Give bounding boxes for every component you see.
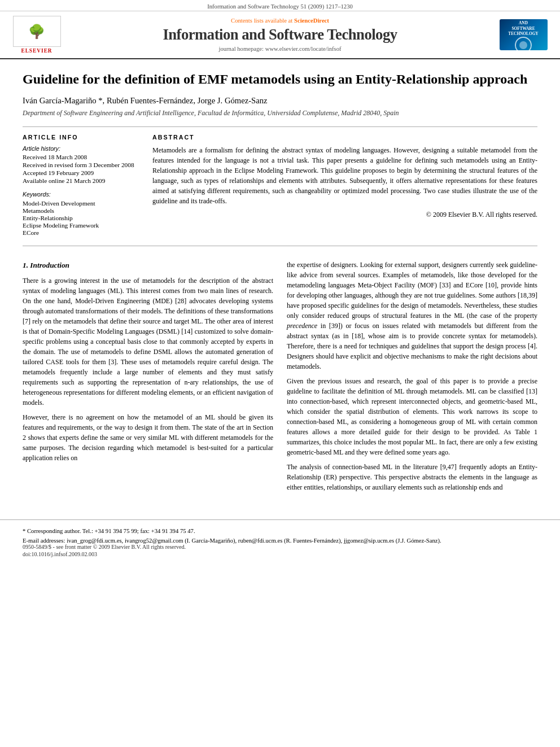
article-title: Guideline for the definition of EMF meta… <box>23 71 537 88</box>
section1-heading: 1. Introduction <box>23 260 273 271</box>
abstract-text: Metamodels are a formalism for defining … <box>152 145 537 206</box>
main-content: Guideline for the definition of EMF meta… <box>0 59 560 508</box>
affiliation: Department of Software Engineering and A… <box>23 109 537 117</box>
keyword-5: ECore <box>23 229 135 236</box>
body-para-1: There is a growing interest in the use o… <box>23 276 273 408</box>
sciencedirect-label: Contents lists available at ScienceDirec… <box>62 18 498 24</box>
keyword-2: Metamodels <box>23 207 135 214</box>
elsevier-brand: ELSEVIER <box>21 48 52 54</box>
journal-header: 🌳 ELSEVIER Contents lists available at S… <box>0 11 560 59</box>
keyword-1: Model-Driven Development <box>23 200 135 207</box>
email-addresses: ivan_grog@fdi.ucm.es, ivangrog52@gmail.c… <box>67 538 441 544</box>
price-note: 0950-5849/$ - see front matter © 2009 El… <box>23 544 537 550</box>
keywords-label: Keywords: <box>23 191 135 198</box>
authors: Iván García-Magariño *, Rubén Fuentes-Fe… <box>23 96 537 106</box>
journal-logo-inner: INFORMATIONANDSOFTWARETECHNOLOGY <box>507 19 540 50</box>
body-para-2: However, there is no agreement on how th… <box>23 412 273 463</box>
journal-logo-right: INFORMATIONANDSOFTWARETECHNOLOGY <box>498 19 549 50</box>
journal-title-block: Contents lists available at ScienceDirec… <box>62 18 498 52</box>
keyword-4: Eclipse Modeling Framework <box>23 222 135 229</box>
doi: doi:10.1016/j.infsof.2009.02.003 <box>23 551 537 557</box>
abstract-heading: ABSTRACT <box>152 134 537 141</box>
keywords-section: Keywords: Model-Driven Development Metam… <box>23 191 135 236</box>
footer: * Corresponding author. Tel.: +34 91 394… <box>0 519 560 563</box>
email-note: E-mail addresses: ivan_grog@fdi.ucm.es, … <box>23 538 537 544</box>
article-info-heading: ARTICLE INFO <box>23 134 135 141</box>
logo-circle <box>515 37 532 50</box>
journal-homepage: journal homepage: www.elsevier.com/locat… <box>62 46 498 52</box>
corresponding-note: * Corresponding author. Tel.: +34 91 394… <box>23 528 537 534</box>
body-col-right: the expertise of designers. Looking for … <box>287 260 537 497</box>
abstract-section: ABSTRACT Metamodels are a formalism for … <box>152 134 537 237</box>
journal-citation: Information and Software Technology 51 (… <box>207 3 353 10</box>
available-date: Available online 21 March 2009 <box>23 177 135 184</box>
copyright: © 2009 Elsevier B.V. All rights reserved… <box>152 211 537 219</box>
body-para-4: Given the previous issues and research, … <box>287 376 537 457</box>
body-para-3: the expertise of designers. Looking for … <box>287 260 537 372</box>
article-info-panel: ARTICLE INFO Article history: Received 1… <box>23 134 135 237</box>
keyword-3: Entity-Relationship <box>23 215 135 221</box>
body-para-5: The analysis of connection-based ML in t… <box>287 462 537 492</box>
elsevier-tree-icon: 🌳 <box>28 25 45 38</box>
body-col-left: 1. Introduction There is a growing inter… <box>23 260 273 497</box>
email-label: E-mail addresses: <box>23 538 65 544</box>
history-label: Article history: <box>23 145 135 152</box>
elsevier-logo: 🌳 ELSEVIER <box>11 16 62 54</box>
sciencedirect-link-text[interactable]: ScienceDirect <box>294 18 329 24</box>
authors-text: Iván García-Magariño *, Rubén Fuentes-Fe… <box>23 96 268 105</box>
body-divider <box>23 246 537 246</box>
journal-logo-box: INFORMATIONANDSOFTWARETECHNOLOGY <box>500 19 548 50</box>
received-date-2: Received in revised form 3 December 2008 <box>23 161 135 168</box>
elsevier-logo-box: 🌳 <box>13 16 61 47</box>
header-divider <box>23 126 537 127</box>
journal-topbar: Information and Software Technology 51 (… <box>0 0 560 11</box>
accepted-date: Accepted 19 February 2009 <box>23 169 135 176</box>
body-columns: 1. Introduction There is a growing inter… <box>23 260 537 497</box>
received-date-1: Received 18 March 2008 <box>23 154 135 160</box>
article-meta: ARTICLE INFO Article history: Received 1… <box>23 134 537 237</box>
journal-name: Information and Software Technology <box>62 26 498 43</box>
logo-circle-inner <box>519 41 527 49</box>
